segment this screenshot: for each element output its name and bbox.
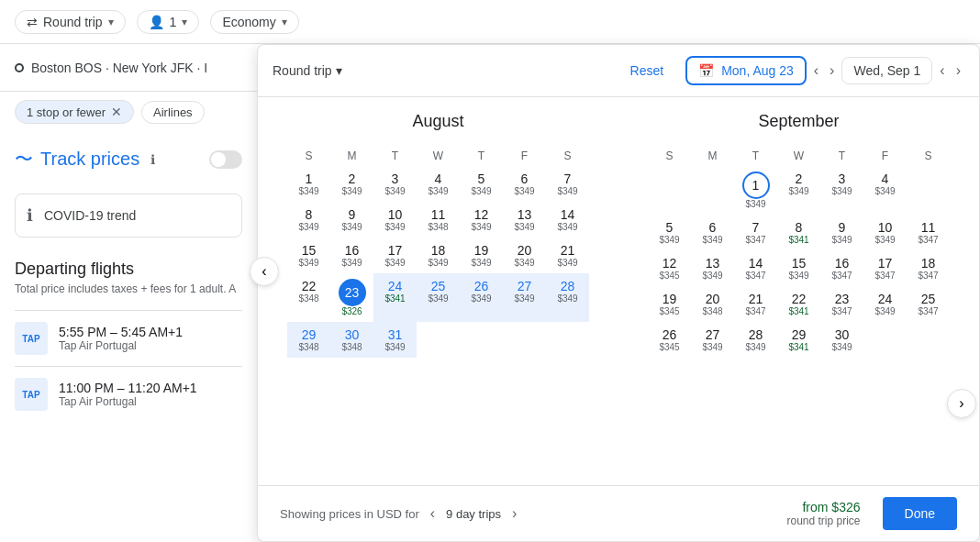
reset-button[interactable]: Reset [630, 63, 664, 78]
calendar-day[interactable]: 19$349 [460, 238, 503, 273]
calendar-day[interactable]: 2$349 [777, 166, 820, 215]
calendar-day[interactable]: 22$348 [287, 273, 330, 322]
price-label: round trip price [786, 514, 860, 527]
right-nav-arrow[interactable]: › [947, 389, 976, 418]
airlines-label: Airlines [153, 105, 193, 119]
calendar-day[interactable]: 6$349 [691, 215, 734, 250]
calendar-day[interactable]: 3$349 [373, 166, 417, 202]
calendar-day[interactable]: 12$345 [648, 250, 691, 286]
calendar-day[interactable]: 18$347 [907, 250, 950, 286]
left-nav-arrow[interactable]: ‹ [250, 257, 279, 286]
calendar-day[interactable]: 26$349 [460, 273, 503, 322]
calendar-day[interactable]: 25$349 [417, 273, 460, 322]
calendar-day[interactable]: 29$341 [777, 322, 820, 358]
return-date-input[interactable]: Wed, Sep 1 [841, 57, 932, 84]
return-prev-btn[interactable]: ‹ [936, 59, 948, 83]
route-text: Boston BOS · New York JFK · I [31, 61, 207, 75]
depart-prev-btn[interactable]: ‹ [810, 59, 822, 83]
calendar-day[interactable]: 22$341 [777, 286, 820, 322]
cabin-selector[interactable]: Economy ▾ [210, 10, 298, 34]
calendar-day[interactable]: 5$349 [460, 166, 503, 202]
route-indicator [15, 63, 24, 72]
calendar-day[interactable]: 9$349 [330, 202, 373, 238]
calendar-day[interactable]: 15$349 [287, 238, 330, 273]
flight-time-1: 5:55 PM – 5:45 AM+1 [59, 325, 242, 339]
calendar-day[interactable]: 23$347 [820, 286, 863, 322]
calendar-day[interactable]: 3$349 [820, 166, 863, 215]
september-grid: SMTWTFS001$3492$3493$3494$34905$3496$349… [648, 146, 950, 358]
calendar-day[interactable]: 8$341 [777, 215, 820, 250]
calendar-day[interactable]: 12$349 [460, 202, 503, 238]
calendar-day[interactable]: 18$349 [417, 238, 460, 273]
calendar-day[interactable]: 11$348 [417, 202, 460, 238]
depart-next-btn[interactable]: › [826, 59, 838, 83]
calendar-day[interactable]: 5$349 [648, 215, 691, 250]
calendar-day[interactable]: 6$349 [503, 166, 546, 202]
calendar-day[interactable]: 14$347 [734, 250, 777, 286]
calendar-day[interactable]: 8$349 [287, 202, 330, 238]
stops-filter[interactable]: 1 stop or fewer ✕ [15, 100, 134, 124]
calendar-day[interactable]: 20$349 [503, 238, 546, 273]
calendar-day[interactable]: 24$341 [373, 273, 417, 322]
calendar-day[interactable]: 9$349 [820, 215, 863, 250]
calendar-footer: Showing prices in USD for ‹ 9 day trips … [258, 485, 979, 541]
calendar-day[interactable]: 19$345 [648, 286, 691, 322]
calendar-day[interactable]: 4$349 [863, 166, 907, 215]
calendar-day[interactable]: 27$349 [691, 322, 734, 358]
passengers-selector[interactable]: 👤 1 ▾ [137, 10, 200, 34]
day-header: W [417, 146, 460, 166]
calendar-round-trip[interactable]: Round trip ▾ [273, 63, 342, 78]
calendar-day[interactable]: 17$347 [863, 250, 907, 286]
track-prices-toggle[interactable] [209, 150, 242, 169]
calendar-day[interactable]: 4$349 [417, 166, 460, 202]
calendar-day[interactable]: 23$326 [330, 273, 373, 322]
calendar-day[interactable]: 21$347 [734, 286, 777, 322]
return-next-btn[interactable]: › [952, 59, 964, 83]
calendar-day[interactable]: 30$348 [330, 322, 373, 358]
day-header: S [287, 146, 330, 166]
calendar-day[interactable]: 28$349 [734, 322, 777, 358]
stops-label: 1 stop or fewer [27, 105, 106, 119]
calendar-day[interactable]: 13$349 [691, 250, 734, 286]
calendars-container: August SMTWTFS1$3492$3493$3494$3495$3496… [258, 97, 979, 485]
calendar-day[interactable]: 28$349 [546, 273, 589, 322]
calendar-day[interactable]: 21$349 [546, 238, 589, 273]
calendar-day[interactable]: 26$345 [648, 322, 691, 358]
flight-item-2[interactable]: TAP 11:00 PM – 11:20 AM+1 Tap Air Portug… [15, 366, 242, 422]
stops-close[interactable]: ✕ [111, 105, 122, 119]
flight-item-1[interactable]: TAP 5:55 PM – 5:45 AM+1 Tap Air Portugal [15, 310, 242, 366]
calendar-day[interactable]: 30$349 [820, 322, 863, 358]
covid-card[interactable]: ℹ COVID-19 trend [15, 194, 242, 238]
calendar-day[interactable]: 20$348 [691, 286, 734, 322]
calendar-day[interactable]: 13$349 [503, 202, 546, 238]
calendar-day[interactable]: 11$347 [907, 215, 950, 250]
airlines-filter[interactable]: Airlines [141, 101, 205, 124]
left-panel: 〜 Track prices ℹ ℹ COVID-19 trend Depart… [0, 132, 257, 542]
cabin-label: Economy [222, 15, 275, 29]
done-button[interactable]: Done [883, 497, 957, 530]
calendar-day[interactable]: 10$349 [373, 202, 417, 238]
calendar-day[interactable]: 31$349 [373, 322, 417, 358]
calendar-day[interactable]: 2$349 [330, 166, 373, 202]
calendar-day[interactable]: 7$347 [734, 215, 777, 250]
calendar-day[interactable]: 15$349 [777, 250, 820, 286]
calendar-day[interactable]: 16$349 [330, 238, 373, 273]
calendar-day[interactable]: 24$349 [863, 286, 907, 322]
calendar-day[interactable]: 14$349 [546, 202, 589, 238]
calendar-day[interactable]: 27$349 [503, 273, 546, 322]
passenger-chevron: ▾ [182, 16, 187, 28]
depart-date-input[interactable]: 📅 Mon, Aug 23 [685, 56, 807, 85]
calendar-day[interactable]: 1$349 [287, 166, 330, 202]
trip-next-btn[interactable]: › [508, 502, 520, 525]
covid-info-icon: ℹ [27, 205, 33, 226]
calendar-day[interactable]: 29$348 [287, 322, 330, 358]
calendar-day[interactable]: 7$349 [546, 166, 589, 202]
trip-type-selector[interactable]: ⇄ Round trip ▾ [15, 10, 126, 34]
calendar-day[interactable]: 25$347 [907, 286, 950, 322]
calendar-day[interactable]: 17$349 [373, 238, 417, 273]
calendar-day[interactable]: 10$349 [863, 215, 907, 250]
calendar-day[interactable]: 16$347 [820, 250, 863, 286]
day-header: M [691, 146, 734, 166]
trip-prev-btn[interactable]: ‹ [427, 502, 439, 525]
calendar-day[interactable]: 1$349 [734, 166, 777, 215]
